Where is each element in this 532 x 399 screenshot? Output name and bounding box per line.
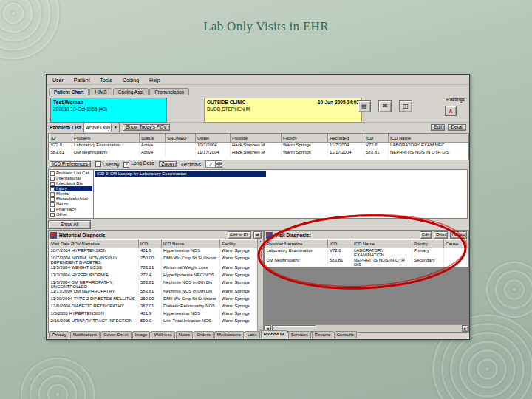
- table-row[interactable]: 11/3/2004 DM NEPHROPATHY, UNCONTROLLED58…: [50, 280, 258, 290]
- column-header[interactable]: Onset: [196, 134, 231, 143]
- long-desc-label: Long Desc: [131, 160, 154, 166]
- icd-lookup-panel[interactable]: ICD-9-CM Lookup by Laboratory Examinatio…: [93, 169, 468, 219]
- bottom-tab[interactable]: Prob/POV: [261, 330, 287, 338]
- icd-category-item[interactable]: Neuro: [50, 202, 92, 207]
- column-header[interactable]: Priority: [412, 240, 444, 248]
- vertical-scrollbar[interactable]: ▲ ▼: [257, 239, 263, 332]
- bottom-tab[interactable]: Notes: [176, 331, 194, 338]
- column-header[interactable]: Recorded: [328, 134, 364, 143]
- delete-diagnosis-button[interactable]: Delete: [450, 231, 467, 239]
- chart-tab[interactable]: HIMS: [89, 88, 112, 95]
- table-row[interactable]: V72.6Laboratory ExaminationActive10/7/20…: [50, 143, 468, 151]
- bottom-tab[interactable]: Reports: [312, 331, 333, 338]
- column-header[interactable]: Provider: [231, 134, 282, 143]
- menu-item[interactable]: User: [47, 78, 69, 83]
- menu-item[interactable]: Patient: [69, 78, 95, 83]
- table-row[interactable]: 11/30/2004 TYPE 2 DIABETES MELLITUS250.0…: [50, 296, 258, 304]
- patient-info-box[interactable]: Test,Woman 200010 10-Oct-1955 (49): [50, 98, 167, 123]
- table-row[interactable]: 10/7/2004 HYPERTENSION401.9Hypertension …: [50, 248, 258, 256]
- table-cell: Hyperlipidemia NEC/NOS: [162, 273, 220, 280]
- column-header[interactable]: Status: [140, 134, 166, 143]
- column-header[interactable]: Cause: [444, 240, 467, 248]
- column-header[interactable]: ID: [50, 134, 72, 143]
- icd-category-item[interactable]: Injury: [50, 186, 92, 191]
- menu-item[interactable]: Help: [144, 78, 165, 83]
- column-header[interactable]: Provider Narrative: [265, 240, 328, 248]
- column-header[interactable]: ICD Name: [162, 240, 220, 248]
- column-header[interactable]: ICD Name: [352, 240, 412, 248]
- bottom-tab[interactable]: Cover Sheet: [100, 331, 131, 338]
- column-header[interactable]: ICD: [328, 240, 352, 248]
- problem-filter-dropdown[interactable]: Active Only ▼: [83, 123, 120, 132]
- historical-diagnosis-icon: [50, 232, 57, 239]
- column-header[interactable]: ICD: [364, 134, 389, 143]
- bottom-tab[interactable]: Labs: [245, 331, 260, 338]
- bottom-tab[interactable]: Medications: [214, 331, 244, 338]
- column-header[interactable]: Inj: [467, 240, 468, 248]
- menu-item[interactable]: Tools: [95, 78, 117, 83]
- column-header[interactable]: SNOMED: [166, 134, 196, 143]
- table-row[interactable]: 1/5/2005 HYPERTENSION401.9Hypertension N…: [50, 311, 258, 318]
- zoom-button[interactable]: Zoom: [159, 161, 177, 168]
- table-cell: 250.00: [139, 296, 162, 304]
- menu-item[interactable]: Coding: [117, 78, 144, 83]
- show-all-button[interactable]: Show All: [48, 220, 91, 229]
- decimals-spinner[interactable]: 2 ▲▼: [205, 160, 222, 168]
- spinner-down-icon[interactable]: ▼: [216, 164, 222, 168]
- bottom-tab[interactable]: Orders: [194, 331, 213, 338]
- column-header[interactable]: ICD Name: [389, 134, 468, 143]
- table-cell: Warm Springs: [282, 143, 328, 151]
- edit-diagnosis-button[interactable]: Edit: [420, 231, 432, 239]
- table-row[interactable]: 10/7/2004 NIDDM, NON-INSULIN DEPENDENT D…: [50, 256, 258, 265]
- icd-category-item[interactable]: Pharmacy: [50, 207, 92, 212]
- chart-tab[interactable]: Pronunciation: [149, 88, 189, 95]
- slide-background: Lab Only Visits in EHR UserPatientToolsC…: [0, 0, 532, 399]
- mail-icon[interactable]: ✉: [378, 100, 392, 112]
- table-cell: V72.6: [50, 143, 72, 151]
- bottom-tab[interactable]: Wellness: [151, 331, 174, 338]
- table-row[interactable]: 2/16/2005 URINARY TRACT INFECTION599.0Ur…: [50, 318, 258, 326]
- table-row[interactable]: 11/3/2004 HYPERLIPIDEMIA272.4Hyperlipide…: [50, 273, 258, 280]
- column-header[interactable]: Facility: [220, 240, 258, 248]
- overlay-checkbox[interactable]: Overlay: [95, 161, 119, 167]
- table-row[interactable]: 12/8/2004 DIABETIC RETINOPATHY362.01Diab…: [50, 304, 258, 311]
- column-header[interactable]: Visit Date POV Narrative: [50, 240, 139, 248]
- visit-info-box[interactable]: OUTSIDE CLINIC 10-Jun-2005 14:01 BUDD,ST…: [204, 98, 362, 123]
- bottom-tab[interactable]: Privacy: [49, 331, 69, 338]
- table-row[interactable]: Laboratory ExaminationV72.6LABORATORY EX…: [265, 248, 468, 258]
- banner-toolbar: ▤ ✉ ◫: [358, 100, 412, 112]
- icd-category-item[interactable]: Other: [50, 212, 92, 217]
- icd-lookup-title-bar: ICD-9-CM Lookup by Laboratory Examinatio…: [95, 171, 266, 177]
- add-to-pl-button[interactable]: Add to PL: [228, 231, 251, 239]
- primary-diagnosis-button[interactable]: Prim: [434, 231, 447, 239]
- chart-tab[interactable]: Coding Asst: [113, 88, 149, 95]
- graph-icon[interactable]: ◫: [399, 100, 412, 112]
- column-header[interactable]: ICD: [139, 240, 162, 248]
- bottom-tab[interactable]: Image: [132, 331, 151, 338]
- table-row[interactable]: 583.81DM NephropathyActive11/17/2004Hack…: [50, 150, 468, 157]
- bottom-tab[interactable]: Consults: [334, 331, 357, 338]
- scroll-up-icon[interactable]: ▲: [259, 239, 262, 243]
- icd-preferences-button[interactable]: ICD Preferences: [50, 161, 91, 168]
- icd-category-item[interactable]: Mental: [50, 191, 92, 197]
- document-icon[interactable]: ▤: [358, 100, 371, 112]
- table-row[interactable]: DM Nephropathy583.81NEPHRITIS NOS IN OTH…: [265, 258, 468, 267]
- show-todays-pov-button[interactable]: Show Today's POV: [123, 124, 169, 131]
- icd-category-item[interactable]: Infectious Dis: [50, 181, 92, 186]
- postings-button[interactable]: A: [445, 106, 457, 116]
- bottom-tab[interactable]: Notifications: [70, 331, 100, 338]
- swap-icon[interactable]: ⇄: [253, 231, 262, 239]
- icd-category-item[interactable]: Problem List Cat: [50, 171, 92, 176]
- bottom-tab[interactable]: Services: [288, 331, 311, 338]
- column-header[interactable]: Facility: [282, 134, 328, 143]
- detail-problem-button[interactable]: Detail: [448, 124, 466, 131]
- patient-name: Test,Woman: [53, 100, 164, 105]
- table-row[interactable]: 11/17/2004 DM NEPHROPATHY583.81Nephritis…: [50, 289, 258, 296]
- chart-tab[interactable]: Patient Chart: [49, 88, 89, 95]
- icd-category-item[interactable]: International: [50, 176, 92, 181]
- icd-category-item[interactable]: Musculoskeletal: [50, 197, 92, 202]
- long-desc-checkbox[interactable]: ✓Long Desc: [123, 160, 154, 168]
- column-header[interactable]: Problem: [72, 134, 140, 143]
- edit-problem-button[interactable]: Edit: [431, 124, 445, 131]
- table-row[interactable]: 11/3/2004 WEIGHT LOSS783.21Abnormal Weig…: [50, 265, 258, 273]
